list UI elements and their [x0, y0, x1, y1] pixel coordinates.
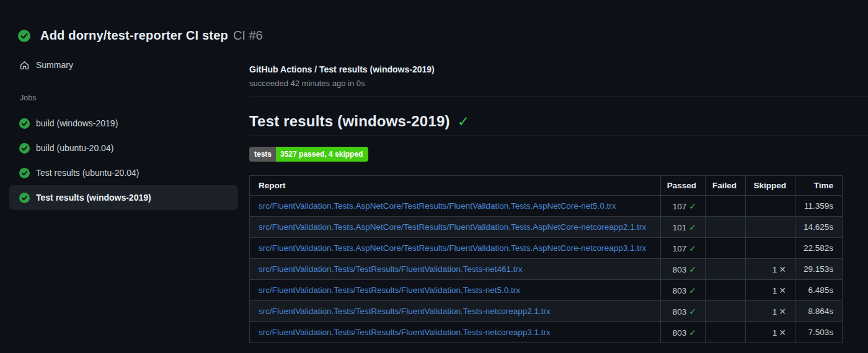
tests-badge-label: tests: [249, 147, 276, 162]
passed-cell: 803✓: [661, 301, 706, 322]
job-label: build (windows-2019): [36, 118, 118, 128]
skipped-cell: ✕: [746, 217, 795, 238]
run-header: Add dorny/test-reporter CI step CI #6: [0, 0, 868, 53]
report-row: src/FluentValidation.Tests.AspNetCore/Te…: [250, 238, 843, 259]
passed-count: 107: [673, 244, 687, 253]
failed-cell: [706, 196, 746, 217]
skipped-x-icon: ✕: [779, 307, 786, 316]
report-row: src/FluentValidation.Tests.AspNetCore/Te…: [250, 196, 843, 217]
heading-row: Test results (windows-2019) ✓: [249, 113, 868, 136]
skipped-x-icon: ✕: [779, 328, 786, 338]
time-cell: 6.485s: [795, 280, 843, 301]
skipped-count: 1: [773, 328, 777, 338]
report-link[interactable]: src/FluentValidation.Tests/TestResults/F…: [259, 285, 520, 295]
run-status-check-circle-icon: [18, 30, 30, 42]
skipped-cell: 1✕: [746, 301, 795, 322]
table-header-row: Report Passed Failed Skipped Time: [250, 176, 843, 196]
job-label: build (ubuntu-20.04): [36, 143, 113, 153]
column-header-passed: Passed: [661, 176, 706, 196]
failed-cell: [706, 238, 746, 259]
skipped-cell: 1✕: [746, 259, 795, 280]
time-cell: 14.625s: [795, 217, 843, 238]
time-cell: 11.359s: [795, 196, 843, 217]
failed-cell: [706, 301, 746, 322]
skipped-cell: 1✕: [746, 322, 795, 343]
sidebar-item-job[interactable]: build (windows-2019): [9, 111, 238, 136]
workflow-run-page: Add dorny/test-reporter CI step CI #6 Su…: [0, 0, 868, 353]
job-label: Test results (windows-2019): [36, 193, 151, 203]
time-cell: 22.582s: [795, 238, 843, 259]
column-header-skipped: Skipped: [746, 176, 795, 196]
home-icon: [19, 60, 30, 71]
column-header-report: Report: [250, 176, 661, 196]
sidebar-item-job[interactable]: build (ubuntu-20.04): [9, 136, 238, 160]
sidebar-item-job[interactable]: Test results (ubuntu-20.04): [9, 160, 238, 185]
skipped-cell: ✕: [746, 238, 795, 259]
passed-check-icon: ✓: [689, 222, 696, 232]
job-detail-panel: GitHub Actions / Test results (windows-2…: [248, 53, 868, 343]
skipped-count: 1: [773, 307, 777, 316]
report-link[interactable]: src/FluentValidation.Tests.AspNetCore/Te…: [259, 243, 646, 253]
job-status-check-circle-icon: [19, 143, 30, 154]
sidebar-item-summary[interactable]: Summary: [9, 54, 238, 76]
skipped-cell: ✕: [746, 196, 795, 217]
passed-cell: 803✓: [661, 259, 706, 280]
column-header-time: Time: [795, 176, 843, 196]
skipped-x-icon: ✕: [779, 264, 786, 274]
column-header-failed: Failed: [706, 176, 746, 196]
run-title: Add dorny/test-reporter CI step: [40, 28, 228, 43]
passed-cell: 107✓: [661, 196, 706, 217]
report-row: src/FluentValidation.Tests/TestResults/F…: [250, 301, 843, 322]
sidebar-summary-label: Summary: [36, 60, 73, 70]
failed-cell: [706, 280, 746, 301]
report-row: src/FluentValidation.Tests/TestResults/F…: [250, 280, 843, 301]
test-results-table: Report Passed Failed Skipped Time src/Fl…: [249, 175, 843, 343]
skipped-count: 1: [773, 265, 777, 274]
job-status-check-circle-icon: [19, 193, 30, 203]
success-check-icon: ✓: [458, 115, 469, 129]
passed-cell: 803✓: [661, 322, 706, 343]
passed-count: 803: [673, 286, 687, 295]
report-link[interactable]: src/FluentValidation.Tests/TestResults/F…: [259, 328, 551, 337]
failed-cell: [706, 217, 746, 238]
report-row: src/FluentValidation.Tests.AspNetCore/Te…: [250, 217, 843, 238]
passed-count: 101: [673, 223, 687, 232]
report-link[interactable]: src/FluentValidation.Tests/TestResults/F…: [259, 307, 551, 316]
sidebar-item-job[interactable]: Test results (windows-2019): [9, 185, 238, 210]
skipped-cell: 1✕: [746, 280, 795, 301]
passed-check-icon: ✓: [689, 328, 696, 338]
passed-check-icon: ✓: [689, 285, 696, 295]
passed-count: 803: [673, 307, 687, 316]
passed-cell: 107✓: [661, 238, 706, 259]
passed-check-icon: ✓: [689, 243, 696, 253]
report-link[interactable]: src/FluentValidation.Tests.AspNetCore/Te…: [259, 201, 616, 211]
skipped-x-icon: ✕: [779, 285, 786, 295]
passed-count: 803: [673, 265, 687, 274]
passed-check-icon: ✓: [689, 201, 696, 211]
job-status-check-circle-icon: [19, 118, 30, 129]
time-cell: 29.153s: [795, 259, 843, 280]
passed-check-icon: ✓: [689, 264, 696, 274]
failed-cell: [706, 259, 746, 280]
report-row: src/FluentValidation.Tests/TestResults/F…: [250, 322, 843, 343]
sidebar: Summary Jobs build (windows-2019): [0, 53, 248, 210]
tests-badge-value: 3527 passed, 4 skipped: [276, 147, 368, 162]
jobs-list: build (windows-2019) build (ubuntu-20.04…: [9, 111, 238, 210]
report-link[interactable]: src/FluentValidation.Tests.AspNetCore/Te…: [259, 222, 646, 232]
passed-check-icon: ✓: [689, 307, 696, 316]
report-row: src/FluentValidation.Tests/TestResults/F…: [250, 259, 843, 280]
report-link[interactable]: src/FluentValidation.Tests/TestResults/F…: [259, 264, 523, 274]
job-status-check-circle-icon: [19, 168, 30, 178]
job-label: Test results (ubuntu-20.04): [36, 168, 140, 178]
skipped-count: 1: [773, 286, 777, 295]
section-divider: [249, 97, 868, 97]
passed-count: 107: [673, 202, 687, 211]
time-cell: 7.503s: [795, 322, 843, 343]
passed-cell: 803✓: [661, 280, 706, 301]
time-cell: 8.864s: [795, 301, 843, 322]
tests-badge: tests 3527 passed, 4 skipped: [249, 147, 368, 162]
run-number: CI #6: [233, 28, 263, 43]
check-run-status-line: succeeded 42 minutes ago in 0s: [249, 79, 868, 88]
failed-cell: [706, 322, 746, 343]
passed-count: 803: [673, 328, 687, 338]
